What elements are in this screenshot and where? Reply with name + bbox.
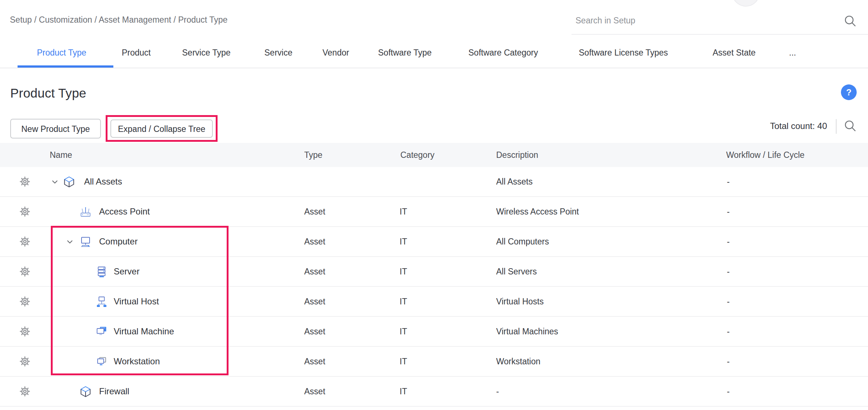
cell-workflow: - (727, 287, 730, 316)
row-actions-gear-icon[interactable] (19, 206, 31, 217)
column-header-workflow-life-cycle: Workflow / Life Cycle (726, 143, 804, 167)
tabbar-divider (0, 68, 868, 68)
server-icon (95, 265, 108, 278)
product-type-name[interactable]: Computer (99, 227, 137, 256)
tab-product-type[interactable]: Product Type (37, 48, 86, 58)
toolbar-divider (836, 119, 837, 134)
expand-collapse-tree-button[interactable]: Expand / Collapse Tree (110, 119, 213, 138)
chevron-down-icon[interactable] (50, 178, 59, 186)
tab-service[interactable]: Service (264, 48, 293, 58)
row-actions-gear-icon[interactable] (19, 266, 31, 277)
tab-software-category[interactable]: Software Category (468, 48, 538, 58)
row-actions-gear-icon[interactable] (19, 326, 31, 337)
search-icon[interactable] (843, 14, 858, 29)
cell-description: - (496, 377, 499, 406)
tab-vendor[interactable]: Vendor (322, 48, 349, 58)
column-header-type: Type (304, 143, 322, 167)
search-underline (571, 34, 868, 35)
tab-dots[interactable]: ... (789, 48, 796, 58)
product-type-name[interactable]: Server (114, 257, 140, 286)
virtual-machine-icon (95, 325, 108, 338)
cell-category: IT (400, 227, 407, 256)
cell-description: Workstation (496, 347, 540, 376)
cell-type: Asset (304, 287, 325, 316)
column-header-category: Category (400, 143, 434, 167)
cell-description: Virtual Machines (496, 317, 558, 346)
virtual-host-icon (95, 295, 108, 308)
table-body: All AssetsAll Assets-Access PointAssetIT… (0, 167, 868, 407)
cell-description: Virtual Hosts (496, 287, 544, 316)
table-row: All AssetsAll Assets- (0, 167, 868, 197)
product-type-name[interactable]: Access Point (99, 197, 150, 226)
cell-category: IT (400, 197, 407, 226)
cell-type: Asset (304, 347, 325, 376)
cell-type: Asset (304, 257, 325, 286)
product-type-name[interactable]: Virtual Host (114, 287, 159, 316)
cell-workflow: - (727, 167, 730, 196)
help-button[interactable]: ? (841, 84, 857, 100)
column-header-name: Name (50, 143, 72, 167)
table-row: FirewallAssetIT-- (0, 377, 868, 407)
cell-description: All Assets (496, 167, 533, 196)
tab-product[interactable]: Product (122, 48, 151, 58)
cell-type: Asset (304, 317, 325, 346)
product-type-name[interactable]: All Assets (84, 167, 122, 196)
tab-service-type[interactable]: Service Type (182, 48, 231, 58)
table-row: ServerAssetITAll Servers- (0, 257, 868, 287)
new-product-type-button[interactable]: New Product Type (10, 119, 101, 138)
cell-category: IT (400, 287, 407, 316)
table-header: NameTypeCategoryDescriptionWorkflow / Li… (0, 143, 868, 167)
cube-icon (63, 175, 76, 189)
product-type-name[interactable]: Virtual Machine (114, 317, 174, 346)
cell-description: All Computers (496, 227, 549, 256)
avatar-partial[interactable] (732, 0, 760, 7)
page-title: Product Type (10, 86, 86, 100)
total-count: Total count: 40 (731, 121, 827, 131)
tab-software-license-types[interactable]: Software License Types (579, 48, 668, 58)
chevron-down-icon[interactable] (65, 238, 74, 246)
workstation-icon (95, 355, 108, 368)
cell-workflow: - (727, 347, 730, 376)
tab-software-type[interactable]: Software Type (378, 48, 432, 58)
cell-workflow: - (727, 257, 730, 286)
cell-description: All Servers (496, 257, 537, 286)
row-actions-gear-icon[interactable] (19, 356, 31, 367)
cell-type: Asset (304, 377, 325, 406)
cell-workflow: - (727, 317, 730, 346)
breadcrumb[interactable]: Setup / Customization / Asset Management… (10, 15, 227, 25)
table-row: Virtual HostAssetITVirtual Hosts- (0, 287, 868, 317)
product-type-name[interactable]: Workstation (114, 347, 160, 376)
access-point-icon (79, 205, 92, 219)
cell-description: Wireless Access Point (496, 197, 579, 226)
row-actions-gear-icon[interactable] (19, 236, 31, 247)
tab-asset-state[interactable]: Asset State (713, 48, 756, 58)
cell-category: IT (400, 377, 407, 406)
cell-workflow: - (727, 227, 730, 256)
product-type-setup-page: Setup / Customization / Asset Management… (0, 0, 868, 410)
table-search-icon[interactable] (843, 119, 858, 133)
column-header-description: Description (496, 143, 538, 167)
table-row: WorkstationAssetITWorkstation- (0, 347, 868, 377)
cell-category: IT (400, 347, 407, 376)
table-row: Access PointAssetITWireless Access Point… (0, 197, 868, 227)
row-actions-gear-icon[interactable] (19, 176, 31, 187)
cube-icon (79, 385, 92, 398)
cell-type: Asset (304, 197, 325, 226)
row-actions-gear-icon[interactable] (19, 296, 31, 307)
table-row: Virtual MachineAssetITVirtual Machines- (0, 317, 868, 347)
cell-category: IT (400, 257, 407, 286)
cell-workflow: - (727, 197, 730, 226)
cell-workflow: - (727, 377, 730, 406)
cell-category: IT (400, 317, 407, 346)
table-row: ComputerAssetITAll Computers- (0, 227, 868, 257)
setup-search-input[interactable] (575, 12, 810, 29)
computer-icon (79, 235, 92, 248)
row-actions-gear-icon[interactable] (19, 386, 31, 397)
product-type-name[interactable]: Firewall (99, 377, 129, 406)
cell-type: Asset (304, 227, 325, 256)
